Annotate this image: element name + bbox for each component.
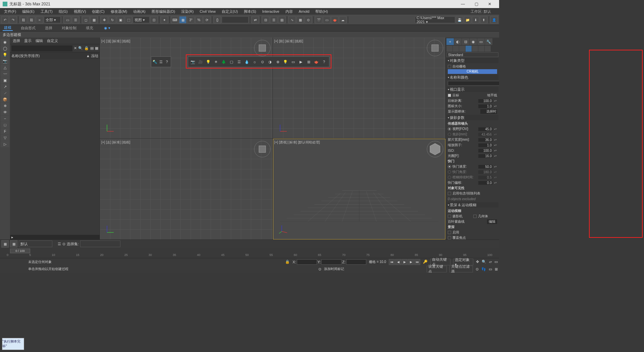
named-sel-set[interactable]: [222, 16, 249, 23]
minimize-button[interactable]: —: [456, 0, 470, 8]
selection-filter[interactable]: 全部 ▾: [44, 16, 61, 23]
menu-file[interactable]: 文件(F): [1, 8, 19, 15]
se-tab-edit[interactable]: 编辑: [36, 38, 43, 43]
expand-handle[interactable]: ▸: [10, 235, 100, 239]
vp-top-label[interactable]: [+] [顶] [标准] [线框]: [101, 39, 130, 44]
se-view2-icon[interactable]: ▦: [95, 46, 98, 50]
viewcube-persp[interactable]: [427, 141, 443, 158]
viewport-front[interactable]: [+] [前] [标准] [线框]: [273, 38, 446, 138]
ref-coord[interactable]: 视图 ▾: [133, 16, 150, 23]
key-mode-button[interactable]: 🔑: [423, 260, 428, 264]
angle-snap[interactable]: 3°: [187, 16, 195, 24]
layer-button[interactable]: ☰: [270, 16, 277, 24]
cr-proxy-icon[interactable]: ☼: [251, 58, 258, 65]
se-shape-icon[interactable]: ◯: [1, 45, 9, 51]
cr-grid-icon[interactable]: ⊞: [305, 58, 312, 65]
se-collapse-icon[interactable]: ▽: [1, 135, 9, 141]
link-button[interactable]: ⛓: [20, 16, 27, 24]
percent-snap[interactable]: %: [195, 16, 203, 24]
se-light-icon[interactable]: 💡: [1, 52, 9, 58]
se-list[interactable]: [10, 59, 100, 235]
sub-cameras-icon[interactable]: [466, 46, 472, 52]
icon-size-input[interactable]: 1.0: [478, 104, 492, 108]
ribbon-tab-freeform[interactable]: 自由形式: [19, 26, 37, 31]
cmd-tab-motion[interactable]: ◉: [470, 38, 477, 45]
vp-left-label[interactable]: [+] [左] [标准] [线框]: [101, 140, 130, 145]
cr-help2-icon[interactable]: ?: [321, 58, 327, 65]
menu-create[interactable]: 创建(C): [89, 8, 107, 15]
menu-interactive[interactable]: Interactive: [260, 9, 282, 14]
keyboard-button[interactable]: ⌨: [171, 16, 178, 24]
menu-edit[interactable]: 编辑(E): [19, 8, 37, 15]
nav-walk-button[interactable]: 👣: [481, 267, 486, 271]
icon-size-spinner[interactable]: ▴▾: [494, 105, 497, 107]
ribbon-tab-modeling[interactable]: 建模: [3, 25, 13, 31]
import-button[interactable]: ⬇: [472, 16, 479, 24]
cmd-tab-create[interactable]: +: [446, 38, 454, 45]
target-checkbox[interactable]: [448, 94, 451, 97]
vis-checkbox[interactable]: [448, 192, 451, 195]
workspace-selector[interactable]: 工作区: 默认: [471, 9, 491, 14]
ribbon-toggle[interactable]: ▤: [278, 16, 285, 24]
setkey-button[interactable]: 设置关键点: [427, 266, 447, 272]
rollout-objecttype[interactable]: 对象类型: [446, 58, 498, 63]
cr-teapot-icon[interactable]: 🫖: [313, 58, 320, 65]
key-icon[interactable]: ⊙: [62, 242, 65, 246]
vp-persp-label[interactable]: [+] [透视] [标准] [默认明暗处理]: [274, 140, 320, 145]
menu-customize[interactable]: 自定义(U): [219, 8, 240, 15]
rollout-photo[interactable]: 摄影参数: [446, 115, 498, 120]
se-none-icon[interactable]: □: [1, 122, 9, 128]
next-frame-button[interactable]: ▶: [408, 259, 414, 265]
cmd-tab-display[interactable]: ▭: [477, 38, 485, 45]
render-button[interactable]: 🫖: [331, 16, 338, 24]
se-camera-icon[interactable]: 📷: [1, 58, 9, 64]
cr-globe-icon[interactable]: ⊕: [274, 58, 281, 65]
unlink-button[interactable]: ⛓: [28, 16, 35, 24]
cr-camera2-icon[interactable]: 🎥: [197, 58, 204, 65]
zoom-input[interactable]: 1.0: [478, 143, 492, 147]
mirror-button[interactable]: ⇄: [252, 16, 259, 24]
ribbon-tab-objpaint[interactable]: 对象绘制: [60, 26, 78, 31]
keyfilter-button[interactable]: 关键点过滤器: [449, 266, 473, 272]
cr-sun-icon[interactable]: ☀: [213, 58, 219, 65]
ribbon-toggle-icon[interactable]: ◉ ▾: [104, 26, 110, 30]
layer-dropdown[interactable]: 默认: [19, 240, 52, 247]
menu-animation[interactable]: 动画(A): [130, 8, 148, 15]
placement-button[interactable]: ⬚: [125, 16, 132, 24]
viewcube-top[interactable]: [254, 40, 271, 56]
render-frame-button[interactable]: ▭: [323, 16, 330, 24]
fov-input[interactable]: 45.0: [478, 127, 492, 131]
rollout-dofmb[interactable]: 景深 & 运动模糊: [446, 202, 498, 208]
pivot-button[interactable]: ⊡: [150, 16, 158, 24]
cmd-tab-hierarchy[interactable]: ⊟: [462, 38, 469, 45]
object-name-input[interactable]: [448, 81, 499, 86]
se-geometry-icon[interactable]: ◉: [1, 39, 9, 45]
se-xref-icon[interactable]: ↗: [1, 84, 9, 90]
cmd-tab-utilities[interactable]: 🔧: [485, 38, 492, 45]
rotate-button[interactable]: ↻: [109, 16, 116, 24]
menu-civil[interactable]: Civil View: [197, 9, 218, 14]
open-button[interactable]: 📁: [464, 16, 471, 24]
snap-toggle[interactable]: ▦: [179, 16, 186, 24]
se-expand-icon[interactable]: F: [1, 128, 9, 134]
mb-cam-checkbox[interactable]: [448, 215, 451, 218]
export-button[interactable]: ⬆: [480, 16, 487, 24]
redo-button[interactable]: ↷: [9, 16, 17, 24]
window-crossing-button[interactable]: ▦: [90, 16, 98, 24]
timeslider-handle[interactable]: 0 / 100: [10, 249, 30, 253]
menu-script[interactable]: 脚本(S): [241, 8, 259, 15]
sign-in-button[interactable]: 👤: [490, 16, 498, 24]
menu-content[interactable]: 内容: [283, 8, 296, 15]
cr-camera-button[interactable]: CR相机: [448, 69, 497, 74]
fov-radio[interactable]: [448, 127, 451, 131]
sub-geometry-icon[interactable]: [446, 46, 452, 52]
subcategory-dropdown[interactable]: Standard: [446, 52, 498, 57]
ft-help-icon[interactable]: ?: [164, 58, 169, 65]
nav-max-button[interactable]: ▭: [489, 267, 492, 271]
lock-icon[interactable]: 🔒: [285, 260, 290, 264]
nav-all-button[interactable]: ⊞: [495, 267, 498, 271]
nav-zoom-button[interactable]: 🔍: [482, 260, 486, 264]
shutterspeed-radio[interactable]: [448, 165, 451, 168]
ribbon-tab-populate[interactable]: 填充: [85, 26, 95, 31]
y-input[interactable]: [321, 259, 341, 265]
